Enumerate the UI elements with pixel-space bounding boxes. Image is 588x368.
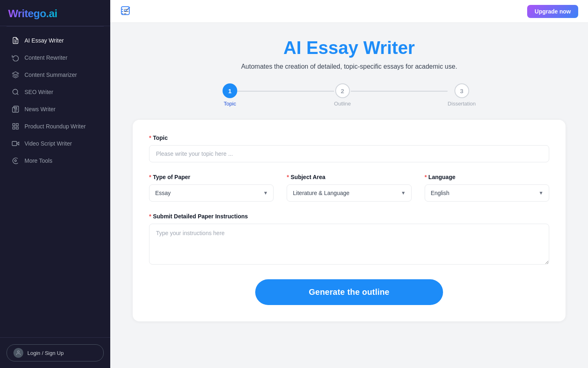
language-wrapper: English Spanish French German Italian Po… xyxy=(425,184,549,202)
step-topic: 1 Topic xyxy=(223,83,237,107)
step-outline: 2 Outline xyxy=(334,83,351,107)
sidebar-item-ai-essay-writer[interactable]: AI Essay Writer xyxy=(3,32,107,49)
topic-field-group: *Topic xyxy=(149,135,549,174)
newspaper-icon xyxy=(11,105,20,113)
required-star: * xyxy=(149,135,151,141)
upgrade-now-button[interactable]: Upgrade now xyxy=(527,5,578,18)
sidebar-item-seo-writer[interactable]: SEO Writer xyxy=(3,84,107,100)
sidebar-item-label: News Writer xyxy=(24,106,56,112)
svg-marker-2 xyxy=(13,72,19,75)
sidebar-item-more-tools[interactable]: More Tools xyxy=(3,153,107,169)
avatar xyxy=(13,348,23,358)
svg-rect-7 xyxy=(13,127,15,129)
topic-label: *Topic xyxy=(149,135,549,141)
layers-icon xyxy=(11,71,20,79)
type-of-paper-wrapper: Essay Research Paper Thesis Term Paper B… xyxy=(149,184,274,202)
sidebar-item-label: Content Rewriter xyxy=(24,54,67,61)
instructions-field-group: *Submit Detailed Paper Instructions xyxy=(149,213,549,266)
svg-rect-5 xyxy=(13,123,15,126)
sidebar-item-content-summarizer[interactable]: Content Summarizer xyxy=(3,67,107,83)
step-dissertation: 3 Dissertation xyxy=(448,83,476,107)
sidebar-item-label: Product Roundup Writer xyxy=(24,123,86,130)
tool-icon xyxy=(11,157,20,165)
topbar: Upgrade now xyxy=(110,0,588,23)
sidebar-item-label: More Tools xyxy=(24,157,52,164)
language-select[interactable]: English Spanish French German Italian Po… xyxy=(425,184,549,202)
login-signup-button[interactable]: Login / Sign Up xyxy=(7,344,104,361)
content-area: AI Essay Writer Automates the creation o… xyxy=(110,23,588,368)
sidebar-item-label: AI Essay Writer xyxy=(24,37,64,44)
step-line-1 xyxy=(237,91,334,92)
sidebar-item-label: Video Script Writer xyxy=(24,140,72,147)
topic-input[interactable] xyxy=(149,145,549,162)
language-group: *Language English Spanish French German … xyxy=(425,174,549,202)
subject-area-group: *Subject Area Literature & Language Scie… xyxy=(287,174,411,202)
svg-rect-10 xyxy=(12,141,17,146)
page-title: AI Essay Writer xyxy=(283,38,415,58)
stepper: 1 Topic 2 Outline 3 Dissertation xyxy=(223,83,476,107)
main-content: Upgrade now AI Essay Writer Automates th… xyxy=(110,0,588,368)
step-2-label: Outline xyxy=(334,101,351,107)
form-card: *Topic *Type of Paper Essay Research Pap… xyxy=(133,120,566,321)
generate-outline-button[interactable]: Generate the outline xyxy=(255,279,443,305)
app-logo: Writego.ai xyxy=(8,7,102,20)
svg-line-4 xyxy=(17,93,18,94)
subject-area-label: *Subject Area xyxy=(287,174,411,180)
svg-point-11 xyxy=(15,160,17,162)
checklist-icon xyxy=(120,5,131,18)
refresh-icon xyxy=(11,54,20,62)
page-subtitle: Automates the creation of detailed, topi… xyxy=(241,63,457,70)
sidebar-item-video-script-writer[interactable]: Video Script Writer xyxy=(3,135,107,152)
svg-marker-9 xyxy=(17,142,19,145)
sidebar-nav: AI Essay Writer Content Rewriter Content… xyxy=(0,27,110,337)
file-text-icon xyxy=(11,36,20,45)
video-icon xyxy=(11,139,20,148)
subject-area-wrapper: Literature & Language Science History Ma… xyxy=(287,184,411,202)
svg-rect-8 xyxy=(16,127,18,129)
login-label: Login / Sign Up xyxy=(27,350,64,356)
svg-point-3 xyxy=(13,89,18,94)
language-label: *Language xyxy=(425,174,549,180)
sidebar-item-label: Content Summarizer xyxy=(24,72,77,78)
step-2-circle: 2 xyxy=(335,83,350,98)
subject-area-select[interactable]: Literature & Language Science History Ma… xyxy=(287,184,411,202)
logo-area: Writego.ai xyxy=(0,0,110,26)
sidebar-item-label: SEO Writer xyxy=(24,89,53,95)
sidebar-item-news-writer[interactable]: News Writer xyxy=(3,101,107,117)
svg-point-12 xyxy=(18,351,20,353)
step-1-circle: 1 xyxy=(223,83,237,98)
search-icon xyxy=(11,88,20,96)
grid-icon xyxy=(11,122,20,130)
sidebar: Writego.ai AI Essay Writer Content Rewri… xyxy=(0,0,110,368)
paper-fields-row: *Type of Paper Essay Research Paper Thes… xyxy=(149,174,549,202)
step-1-label: Topic xyxy=(224,101,236,107)
sidebar-footer: Login / Sign Up xyxy=(0,337,110,368)
step-3-circle: 3 xyxy=(454,83,469,98)
svg-rect-6 xyxy=(16,123,18,126)
sidebar-item-content-rewriter[interactable]: Content Rewriter xyxy=(3,49,107,66)
type-of-paper-select[interactable]: Essay Research Paper Thesis Term Paper B… xyxy=(149,184,274,202)
type-of-paper-group: *Type of Paper Essay Research Paper Thes… xyxy=(149,174,274,202)
step-line-2 xyxy=(351,91,448,92)
sidebar-item-product-roundup-writer[interactable]: Product Roundup Writer xyxy=(3,118,107,135)
instructions-textarea[interactable] xyxy=(149,224,549,265)
step-3-label: Dissertation xyxy=(448,101,476,107)
instructions-label: *Submit Detailed Paper Instructions xyxy=(149,213,549,220)
type-of-paper-label: *Type of Paper xyxy=(149,174,274,180)
logo-text: Writego.ai xyxy=(8,7,57,20)
